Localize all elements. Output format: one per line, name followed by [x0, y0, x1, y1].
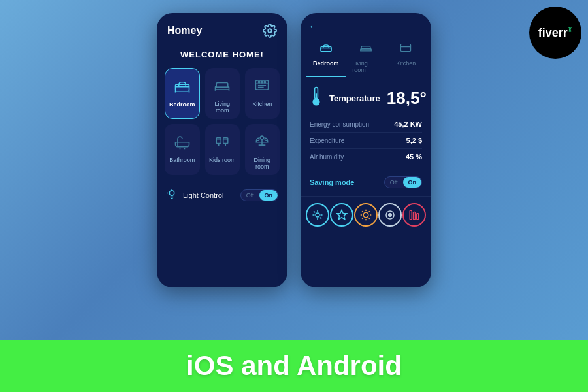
tab-bedroom[interactable]: Bedroom: [306, 38, 346, 77]
stat-humidity: Air humidity 45 %: [310, 149, 422, 165]
saving-off-label: Off: [385, 177, 403, 188]
bedroom-icon: [173, 76, 191, 97]
phones-container: Homey WELCOME HOME!: [157, 13, 431, 287]
back-button[interactable]: ←: [308, 21, 319, 33]
saving-mode-row: Saving mode Off On: [301, 171, 431, 193]
tab-kitchen[interactable]: Kitchen: [386, 38, 426, 77]
tab-kitchen-label: Kitchen: [396, 60, 416, 67]
tab-bedroom-icon: [319, 41, 333, 57]
stat-expenditure: Expenditure 5,2 $: [310, 133, 422, 149]
temperature-section: Temperature 18,5°: [301, 77, 431, 110]
diningroom-label: Dining room: [249, 157, 276, 170]
room-card-bathroom[interactable]: Bathroom: [165, 124, 200, 175]
control-btn-3[interactable]: [354, 203, 378, 227]
room-card-bedroom[interactable]: Bedroom: [165, 68, 200, 119]
svg-point-3: [259, 81, 261, 83]
settings-icon[interactable]: [263, 24, 277, 38]
kitchen-label: Kitchen: [252, 101, 272, 107]
phone1: Homey WELCOME HOME!: [157, 13, 287, 287]
room-card-kidsroom[interactable]: Kids room: [205, 124, 240, 175]
control-btn-4[interactable]: [378, 203, 402, 227]
kidsroom-icon: [213, 132, 231, 153]
svg-point-0: [268, 29, 272, 33]
thermometer-icon: [310, 86, 323, 110]
rooms-grid: Bedroom Living room: [157, 68, 287, 175]
fiverr-logo: fiverr®: [538, 27, 572, 39]
tab-kitchen-icon: [399, 41, 413, 57]
svg-point-21: [389, 214, 391, 216]
stat-expenditure-label: Expenditure: [310, 137, 344, 144]
welcome-banner: WELCOME HOME!: [157, 43, 287, 68]
svg-point-4: [261, 81, 263, 83]
svg-point-10: [265, 139, 268, 141]
livingroom-icon: [213, 76, 231, 97]
bottom-banner: iOS and Android: [0, 340, 588, 392]
kidsroom-label: Kids room: [209, 157, 236, 163]
phone2-tabs: Bedroom Living room Kitc: [301, 33, 431, 77]
stat-energy: Energy consumption 45,2 KW: [310, 116, 422, 133]
svg-rect-7: [223, 138, 228, 144]
saving-mode-label: Saving mode: [310, 178, 384, 186]
tab-livingroom-label: Living room: [352, 60, 379, 73]
banner-text: iOS and Android: [186, 350, 402, 382]
bedroom-label: Bedroom: [169, 101, 195, 108]
tab-bedroom-label: Bedroom: [313, 60, 339, 67]
control-btn-5[interactable]: [402, 203, 426, 227]
svg-rect-24: [416, 214, 418, 220]
stat-energy-label: Energy consumption: [310, 121, 369, 128]
room-card-livingroom[interactable]: Living room: [205, 68, 240, 119]
stat-humidity-value: 45 %: [406, 153, 422, 161]
stat-energy-value: 45,2 KW: [394, 120, 422, 128]
light-toggle[interactable]: Off On: [240, 189, 278, 201]
control-btn-1[interactable]: [306, 203, 329, 227]
kitchen-icon: [253, 76, 271, 97]
svg-rect-22: [410, 210, 412, 220]
svg-point-17: [316, 213, 319, 217]
phone2-header: ←: [301, 13, 431, 33]
saving-mode-toggle[interactable]: Off On: [384, 176, 422, 188]
welcome-text: WELCOME HOME!: [180, 50, 264, 59]
phone2: ← Bedroom: [301, 13, 431, 287]
bathroom-icon: [173, 132, 191, 153]
stat-humidity-label: Air humidity: [310, 154, 344, 161]
svg-rect-23: [413, 212, 415, 220]
tab-livingroom-icon: [359, 41, 373, 57]
temperature-label: Temperature: [329, 93, 380, 103]
stats-list: Energy consumption 45,2 KW Expenditure 5…: [301, 110, 431, 171]
svg-rect-6: [216, 138, 221, 144]
svg-point-11: [169, 191, 174, 196]
toggle-off-label: Off: [241, 190, 259, 201]
toggle-on-label: On: [259, 190, 278, 201]
fiverr-badge: fiverr®: [529, 7, 581, 59]
svg-rect-1: [175, 84, 189, 91]
phone1-header: Homey: [157, 13, 287, 43]
room-card-kitchen[interactable]: Kitchen: [245, 68, 280, 119]
light-bulb-icon: [166, 188, 178, 203]
svg-point-5: [264, 81, 266, 83]
svg-rect-12: [320, 47, 331, 52]
svg-point-18: [363, 212, 368, 218]
temperature-value: 18,5°: [387, 88, 427, 108]
livingroom-label: Living room: [209, 101, 236, 114]
light-control-label: Light Control: [183, 191, 235, 199]
app-title: Homey: [167, 25, 202, 37]
room-card-diningroom[interactable]: Dining room: [245, 124, 280, 175]
diningroom-icon: [253, 132, 271, 153]
phone2-bottom-controls: [301, 196, 431, 233]
svg-point-8: [261, 136, 264, 139]
control-btn-2[interactable]: [330, 203, 353, 227]
fiverr-sup: ®: [568, 26, 572, 33]
light-control-row: Light Control Off On: [157, 180, 287, 203]
saving-on-label: On: [403, 177, 422, 188]
tab-livingroom[interactable]: Living room: [346, 38, 385, 77]
bathroom-label: Bathroom: [169, 157, 195, 163]
stat-expenditure-value: 5,2 $: [406, 137, 422, 144]
svg-point-15: [313, 99, 319, 105]
svg-rect-13: [401, 44, 411, 52]
svg-point-9: [257, 139, 260, 141]
